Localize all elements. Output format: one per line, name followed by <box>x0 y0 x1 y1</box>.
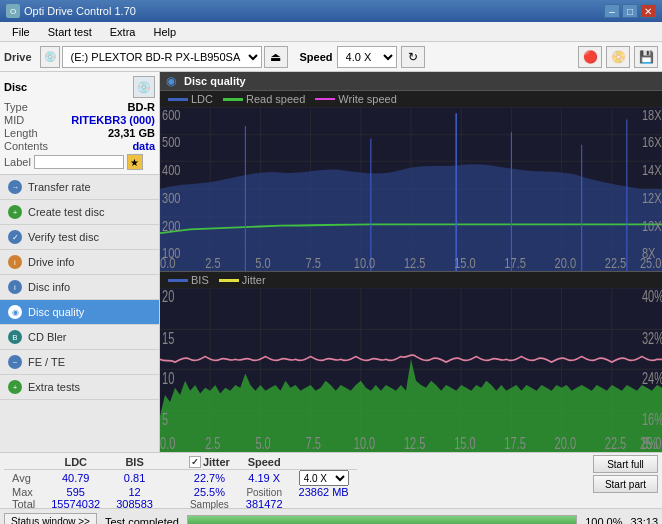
sidebar-item-verify-test-disc[interactable]: ✓ Verify test disc <box>0 225 159 250</box>
maximize-button[interactable]: □ <box>622 4 638 18</box>
svg-text:25.0 GB: 25.0 GB <box>640 435 662 452</box>
sidebar-item-drive-info[interactable]: i Drive info <box>0 250 159 275</box>
svg-text:0.0: 0.0 <box>160 256 175 271</box>
menu-extra[interactable]: Extra <box>102 24 144 40</box>
charts-container: 600 500 400 300 200 100 18X 16X 14X 12X … <box>160 107 662 452</box>
svg-text:300: 300 <box>162 191 180 206</box>
start-part-button[interactable]: Start part <box>593 475 658 493</box>
samples-label: Samples <box>181 498 238 510</box>
sidebar-item-transfer-rate[interactable]: → Transfer rate <box>0 175 159 200</box>
svg-text:7.5: 7.5 <box>306 435 321 452</box>
sidebar-nav: → Transfer rate + Create test disc ✓ Ver… <box>0 175 159 452</box>
svg-text:17.5: 17.5 <box>504 256 526 271</box>
stats-row-max: Max 595 12 25.5% Position 23862 MB <box>4 486 357 498</box>
speed-target-select[interactable]: 4.0 X <box>299 470 349 486</box>
sidebar-item-disc-info[interactable]: i Disc info <box>0 275 159 300</box>
svg-text:32%: 32% <box>642 330 662 347</box>
chart-title-bar: ◉ Disc quality <box>160 72 662 91</box>
jitter-checkbox[interactable]: ✓ <box>189 456 201 468</box>
max-label: Max <box>4 486 43 498</box>
svg-text:5: 5 <box>162 411 168 428</box>
max-ldc: 595 <box>43 486 108 498</box>
label-button[interactable]: ★ <box>127 154 143 170</box>
menu-help[interactable]: Help <box>145 24 184 40</box>
svg-text:600: 600 <box>162 107 180 122</box>
sidebar-item-disc-quality[interactable]: ◉ Disc quality <box>0 300 159 325</box>
sidebar-item-cd-bler[interactable]: B CD Bler <box>0 325 159 350</box>
position-value: 23862 MB <box>291 486 357 498</box>
jitter-color <box>219 279 239 282</box>
status-window-button[interactable]: Status window >> <box>4 513 97 524</box>
svg-text:16X: 16X <box>642 135 662 150</box>
minimize-button[interactable]: – <box>604 4 620 18</box>
cd-bler-icon: B <box>8 330 22 344</box>
jitter-label: Jitter <box>203 456 230 468</box>
upper-chart: 600 500 400 300 200 100 18X 16X 14X 12X … <box>160 107 662 272</box>
type-value: BD-R <box>128 101 156 113</box>
mid-label: MID <box>4 114 24 126</box>
menu-start-test[interactable]: Start test <box>40 24 100 40</box>
write-color <box>315 98 335 100</box>
toolbar: Drive 💿 (E:) PLEXTOR BD-R PX-LB950SA 1.0… <box>0 42 662 72</box>
legend-write-label: Write speed <box>338 93 397 105</box>
svg-text:12.5: 12.5 <box>404 435 425 452</box>
svg-text:400: 400 <box>162 163 180 178</box>
save-button[interactable]: 💾 <box>634 46 658 68</box>
drive-select[interactable]: (E:) PLEXTOR BD-R PX-LB950SA 1.06 <box>62 46 262 68</box>
legend-jitter: Jitter <box>219 274 266 286</box>
create-test-disc-icon: + <box>8 205 22 219</box>
avg-speed: 4.19 X <box>238 470 291 487</box>
sidebar-item-label-transfer-rate: Transfer rate <box>28 181 91 193</box>
legend-ldc: LDC <box>168 93 213 105</box>
svg-text:20.0: 20.0 <box>555 435 576 452</box>
close-button[interactable]: ✕ <box>640 4 656 18</box>
start-full-button[interactable]: Start full <box>593 455 658 473</box>
stats-row-total: Total 15574032 308583 Samples 381472 <box>4 498 357 510</box>
svg-text:14X: 14X <box>642 163 662 178</box>
eject-button[interactable]: ⏏ <box>264 46 288 68</box>
legend-ldc-label: LDC <box>191 93 213 105</box>
svg-text:500: 500 <box>162 135 180 150</box>
col-speed: Speed <box>238 455 291 470</box>
total-label: Total <box>4 498 43 510</box>
toolbar-btn-2[interactable]: 📀 <box>606 46 630 68</box>
total-ldc: 15574032 <box>43 498 108 510</box>
avg-label: Avg <box>4 470 43 487</box>
lower-chart: 20 15 10 5 40% 32% 24% 16% 8% 0.0 2.5 5.… <box>160 288 662 452</box>
upper-legend: LDC Read speed Write speed <box>160 91 662 107</box>
sidebar-item-create-test-disc[interactable]: + Create test disc <box>0 200 159 225</box>
svg-text:5.0: 5.0 <box>255 435 270 452</box>
legend-write: Write speed <box>315 93 397 105</box>
label-input[interactable] <box>34 155 124 169</box>
sidebar: Disc 💿 Type BD-R MID RITEKBR3 (000) Leng… <box>0 72 160 452</box>
lower-legend: BIS Jitter <box>160 272 662 288</box>
verify-test-disc-icon: ✓ <box>8 230 22 244</box>
col-jitter-checkbox[interactable]: ✓ Jitter <box>181 455 238 470</box>
sidebar-item-label-disc-info: Disc info <box>28 281 70 293</box>
svg-text:25.0 GB: 25.0 GB <box>640 256 662 271</box>
speed-label: Speed <box>300 51 333 63</box>
status-bar: Status window >> Test completed 100.0% 3… <box>0 508 662 524</box>
avg-ldc: 40.79 <box>43 470 108 487</box>
disc-quality-icon: ◉ <box>8 305 22 319</box>
sidebar-item-fe-te[interactable]: ~ FE / TE <box>0 350 159 375</box>
speed-select[interactable]: 4.0 X <box>337 46 397 68</box>
contents-label: Contents <box>4 140 48 152</box>
refresh-button[interactable]: ↻ <box>401 46 425 68</box>
ldc-color <box>168 98 188 101</box>
svg-text:7.5: 7.5 <box>306 256 321 271</box>
total-bis: 308583 <box>108 498 161 510</box>
legend-bis-label: BIS <box>191 274 209 286</box>
svg-text:20.0: 20.0 <box>555 256 577 271</box>
legend-read-label: Read speed <box>246 93 305 105</box>
toolbar-btn-1[interactable]: 🔴 <box>578 46 602 68</box>
stats-row-avg: Avg 40.79 0.81 22.7% 4.19 X 4.0 X <box>4 470 357 487</box>
menu-file[interactable]: File <box>4 24 38 40</box>
fe-te-icon: ~ <box>8 355 22 369</box>
svg-text:0.0: 0.0 <box>160 435 175 452</box>
extra-tests-icon: + <box>8 380 22 394</box>
mid-value: RITEKBR3 (000) <box>71 114 155 126</box>
app-title: Opti Drive Control 1.70 <box>24 5 136 17</box>
sidebar-item-extra-tests[interactable]: + Extra tests <box>0 375 159 400</box>
legend-read: Read speed <box>223 93 305 105</box>
